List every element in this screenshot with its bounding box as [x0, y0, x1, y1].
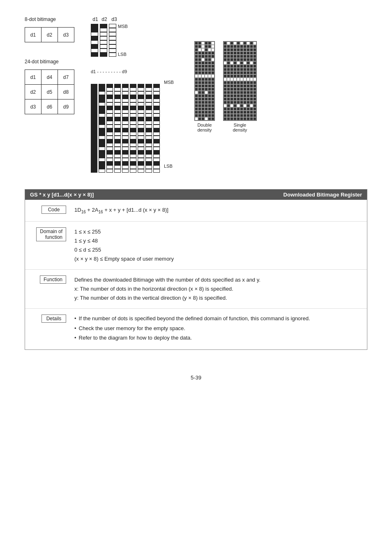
- 24dot-d5: d5: [42, 85, 58, 99]
- double-density-label: Doubledensity: [197, 123, 212, 132]
- function-label-cell: Function: [25, 274, 70, 285]
- wstrip-2: [99, 84, 105, 173]
- single-density-item: Singledensity: [223, 41, 257, 132]
- 24dot-strip-row: MSB LSB: [91, 76, 174, 173]
- density-section: Doubledensity: [194, 41, 257, 132]
- 24dot-strip-container: d1 - - - - - - - - - d9: [91, 69, 174, 173]
- 24dot-d8: d8: [58, 85, 74, 99]
- domain-line2: 1 ≤ y ≤ 48: [74, 236, 363, 245]
- strip-col1: [91, 24, 98, 57]
- col-label-d3: d3: [110, 16, 119, 22]
- col-label-d2: d2: [100, 16, 109, 22]
- details-label-box: Details: [42, 314, 66, 323]
- wstrip-3: [106, 84, 113, 173]
- 24dot-d6: d6: [42, 99, 58, 114]
- cmd-header-left: GS * x y [d1...d(x × y × 8)]: [30, 192, 94, 198]
- domain-content: 1 ≤ x ≤ 255 1 ≤ y ≤ 48 0 ≤ d ≤ 255 (x × …: [70, 226, 367, 265]
- wstrip-5: [122, 84, 129, 173]
- 8dot-strips: [91, 24, 116, 57]
- domain-label-cell: Domain of function: [25, 226, 70, 243]
- wide-strips: [91, 84, 160, 173]
- detail-item-2: Check the user memory for the empty spac…: [74, 324, 363, 333]
- single-density-grid: [223, 41, 257, 121]
- code-label-cell: Code: [25, 204, 70, 215]
- 8dot-strip-container: d1 d2 d3: [91, 16, 174, 57]
- 24dot-d1: d1: [25, 70, 42, 85]
- function-line3: y: The number of dots in the vertical di…: [74, 294, 363, 303]
- wstrip-7: [138, 84, 144, 173]
- density-pair: Doubledensity: [194, 41, 257, 132]
- lsb-label: LSB: [118, 52, 128, 57]
- 8dot-d3: d3: [58, 28, 74, 42]
- details-content: If the number of dots is specified beyon…: [70, 313, 367, 345]
- code-row: Code 1D16 + 2A16 + x + y + [d1...d (x × …: [25, 200, 367, 221]
- domain-line4: (x × y × 8) ≤ Empty space of user memory: [74, 254, 363, 264]
- 24dot-d2: d2: [25, 85, 42, 99]
- strip-col3: [109, 24, 116, 57]
- strip-diagrams: d1 d2 d3: [91, 16, 174, 173]
- cmd-header: GS * x y [d1...d(x × y × 8)] Downloaded …: [25, 190, 367, 200]
- wstrip-6: [130, 84, 136, 173]
- 8dot-d2: d2: [42, 28, 58, 42]
- command-section: GS * x y [d1...d(x × y × 8)] Downloaded …: [25, 189, 367, 350]
- domain-line1: 1 ≤ x ≤ 255: [74, 227, 363, 236]
- 8dot-grid: d1 d2 d3: [25, 27, 74, 42]
- double-density-item: Doubledensity: [194, 41, 215, 132]
- double-density-grid: [194, 41, 215, 121]
- msb-lsb-labels: MSB LSB: [118, 24, 128, 57]
- wstrip-9: [153, 84, 160, 173]
- wide-msb-label: MSB: [164, 80, 174, 85]
- details-list: If the number of dots is specified beyon…: [74, 314, 363, 342]
- 8dot-d1: d1: [25, 28, 42, 42]
- domain-label-line1: Domain of: [40, 229, 62, 234]
- page-number: 5-39: [25, 375, 367, 381]
- wide-msb-lsb-labels: MSB LSB: [164, 80, 174, 169]
- 8dot-col-labels: d1 d2 d3: [91, 16, 174, 22]
- d1-d9-label: d1 - - - - - - - - - d9: [91, 69, 174, 74]
- 24dot-d7: d7: [58, 70, 74, 85]
- 24dot-d3: d3: [25, 99, 42, 114]
- detail-item-3: Refer to the diagram for how to deploy t…: [74, 334, 363, 342]
- cmd-header-right: Downloaded Bitimage Register: [284, 192, 362, 198]
- domain-label-line2: function: [45, 234, 62, 240]
- 8dot-msb-row: MSB LSB: [91, 24, 174, 57]
- wide-lsb-label: LSB: [164, 164, 174, 169]
- 24dot-d9: d9: [58, 99, 74, 114]
- function-line1: Defines the downloaded Bitimage with the…: [74, 275, 363, 284]
- cmd-body: Code 1D16 + 2A16 + x + y + [d1...d (x × …: [25, 200, 367, 349]
- function-line2: x: The number of dots in the horizontal …: [74, 284, 363, 294]
- 8dot-label: 8-dot bitimage: [25, 16, 74, 22]
- domain-line3: 0 ≤ d ≤ 255: [74, 245, 363, 254]
- 24dot-d4: d4: [42, 70, 58, 85]
- single-density-label: Singledensity: [233, 123, 247, 132]
- function-row: Function Defines the downloaded Bitimage…: [25, 269, 367, 308]
- code-label-box: Code: [42, 206, 66, 214]
- wstrip-8: [145, 84, 152, 173]
- msb-label: MSB: [118, 24, 128, 29]
- domain-label-box: Domain of function: [36, 227, 66, 241]
- 24dot-label: 24-dot bitimage: [25, 59, 74, 65]
- wstrip-1: [91, 84, 97, 173]
- bitimage-section: 8-dot bitimage d1 d2 d3 24-dot bitimage …: [25, 16, 74, 114]
- detail-item-1: If the number of dots is specified beyon…: [74, 314, 363, 323]
- code-content: 1D16 + 2A16 + x + y + [d1...d (x × y × 8…: [70, 204, 367, 217]
- wstrip-4: [114, 84, 121, 173]
- details-row: Details If the number of dots is specifi…: [25, 308, 367, 349]
- 24dot-grid: d1 d4 d7 d2 d5 d8 d3 d6 d9: [25, 69, 74, 114]
- details-label-cell: Details: [25, 313, 70, 324]
- diagram-area: 8-dot bitimage d1 d2 d3 24-dot bitimage …: [25, 16, 367, 173]
- col-label-d1: d1: [91, 16, 100, 22]
- function-content: Defines the downloaded Bitimage with the…: [70, 274, 367, 304]
- function-label-box: Function: [40, 275, 66, 284]
- domain-row: Domain of function 1 ≤ x ≤ 255 1 ≤ y ≤ 4…: [25, 221, 367, 269]
- strip-col2: [100, 24, 107, 57]
